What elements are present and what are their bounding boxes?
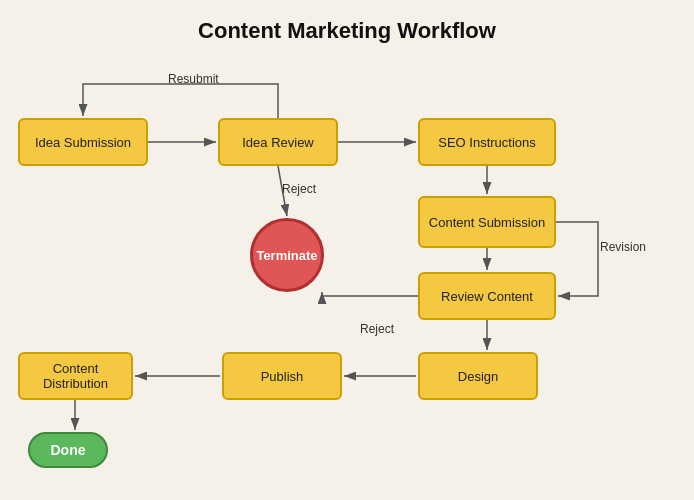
node-design: Design [418,352,538,400]
diagram-container: Content Marketing Workflow Idea Submissi… [0,0,694,500]
page-title: Content Marketing Workflow [0,0,694,44]
node-review-content: Review Content [418,272,556,320]
node-terminate: Terminate [250,218,324,292]
node-content-submission: Content Submission [418,196,556,248]
node-done: Done [28,432,108,468]
node-seo-instructions: SEO Instructions [418,118,556,166]
label-reject2: Reject [360,322,394,336]
node-idea-submission: Idea Submission [18,118,148,166]
node-idea-review: Idea Review [218,118,338,166]
arrows-svg [0,0,694,500]
label-reject1: Reject [282,182,316,196]
label-resubmit: Resubmit [168,72,219,86]
node-publish: Publish [222,352,342,400]
node-content-distribution: Content Distribution [18,352,133,400]
label-revision: Revision [600,240,646,254]
